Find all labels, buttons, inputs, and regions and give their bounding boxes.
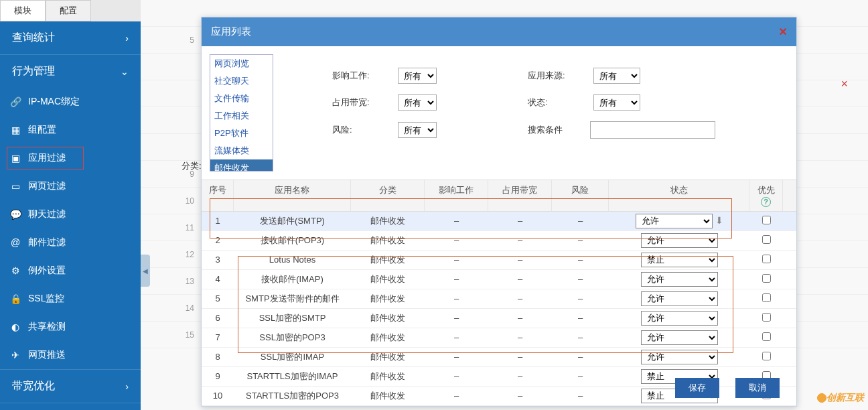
group-icon: ▦ <box>9 125 21 135</box>
help-icon[interactable]: ? <box>761 197 771 207</box>
impact-select[interactable]: 所有 <box>398 68 437 84</box>
category-option[interactable]: P2P软件 <box>210 125 273 142</box>
table-row[interactable]: 8SSL加密的IMAP邮件收发–––允许 <box>202 348 796 367</box>
cell-risk: – <box>552 252 609 267</box>
cell-name: SSL加密的SMTP <box>234 310 351 327</box>
cancel-button[interactable]: 取消 <box>735 378 780 398</box>
nav-query-stats[interactable]: 查询统计 › <box>0 21 141 55</box>
cell-name: STARTTLS加密的POP3 <box>234 387 351 405</box>
th-impact: 影响工作 <box>425 180 488 211</box>
band-select[interactable]: 所有 <box>398 94 437 111</box>
category-option[interactable]: 流媒体类 <box>210 142 273 159</box>
cell-band: – <box>488 388 552 403</box>
status-select[interactable]: 允许 <box>641 350 718 364</box>
dialog-close-icon[interactable]: × <box>779 24 787 40</box>
status-select[interactable]: 允许 <box>641 311 718 326</box>
web-icon: ▭ <box>9 181 21 192</box>
category-option[interactable]: 网页浏览 <box>210 55 273 72</box>
sidebar-item-ssl-monitor[interactable]: 🔒SSL监控 <box>0 285 141 313</box>
sidebar-collapse-handle[interactable]: ◀ <box>141 255 150 287</box>
sidebar-item-mail-filter[interactable]: @邮件过滤 <box>0 228 141 257</box>
nav-bandwidth[interactable]: 带宽优化 › <box>0 370 141 403</box>
cell-impact: – <box>425 271 488 287</box>
priority-checkbox[interactable] <box>762 216 771 224</box>
table-row[interactable]: 6SSL加密的SMTP邮件收发–––允许 <box>202 309 796 328</box>
category-option[interactable]: 文件传输 <box>210 90 273 107</box>
sidebar-item-web-filter[interactable]: ▭网页过滤 <box>0 172 141 200</box>
cell-impact: – <box>425 349 488 364</box>
source-select[interactable]: 所有 <box>593 68 640 84</box>
cell-status: 允许 <box>609 347 749 367</box>
nav-label-query-stats: 查询统计 <box>12 31 55 45</box>
cell-risk: – <box>552 330 609 345</box>
table-row[interactable]: 4接收邮件(IMAP)邮件收发–––允许 <box>202 270 796 289</box>
table-row[interactable]: 5SMTP发送带附件的邮件邮件收发–––允许 <box>202 289 796 309</box>
priority-checkbox[interactable] <box>762 274 771 283</box>
band-label: 占用带宽: <box>332 96 386 109</box>
cell-impact: – <box>425 330 488 345</box>
category-option[interactable]: 工作相关 <box>210 107 273 125</box>
cell-cat: 邮件收发 <box>351 348 425 366</box>
priority-checkbox[interactable] <box>762 313 771 322</box>
sidebar-item-chat-filter[interactable]: 💬聊天过滤 <box>0 200 141 228</box>
status-select[interactable]: 允许 <box>636 214 713 228</box>
cell-band: – <box>488 271 552 287</box>
dialog-title: 应用列表 <box>211 25 251 38</box>
state-select[interactable]: 所有 <box>593 94 640 111</box>
status-select[interactable]: 禁止 <box>641 253 718 267</box>
status-select[interactable]: 允许 <box>641 272 718 287</box>
th-name: 应用名称 <box>234 180 351 211</box>
sidebar-item-ip-mac[interactable]: 🔗IP-MAC绑定 <box>0 88 141 116</box>
priority-checkbox[interactable] <box>762 352 771 360</box>
close-icon[interactable]: × <box>841 77 848 91</box>
cell-seq: 2 <box>202 232 234 248</box>
sidebar-item-group-config[interactable]: ▦组配置 <box>0 116 141 144</box>
cell-impact: – <box>425 213 488 228</box>
save-button[interactable]: 保存 <box>675 378 719 398</box>
risk-select[interactable]: 所有 <box>398 122 437 138</box>
cell-prio <box>749 213 783 229</box>
status-select[interactable]: 允许 <box>641 233 718 248</box>
sidebar-item-app-filter[interactable]: ▣应用过滤 <box>0 144 141 172</box>
cell-seq: 10 <box>202 388 234 403</box>
table-row[interactable]: 1发送邮件(SMTP)邮件收发–––允许⬇ <box>202 212 796 231</box>
search-input[interactable] <box>590 121 715 139</box>
tab-module[interactable]: 模块 <box>0 0 46 21</box>
cell-prio <box>749 291 783 307</box>
sidebar-item-web-push[interactable]: ✈网页推送 <box>0 341 141 369</box>
nav-header-behavior[interactable]: 行为管理 ⌄ <box>0 55 141 88</box>
cell-impact: – <box>425 252 488 267</box>
download-icon[interactable]: ⬇ <box>715 215 723 226</box>
priority-checkbox[interactable] <box>762 235 771 244</box>
status-select[interactable]: 允许 <box>641 291 718 306</box>
category-option[interactable]: 社交聊天 <box>210 72 273 90</box>
th-risk: 风险 <box>552 180 609 211</box>
cell-name: 接收邮件(IMAP) <box>234 271 351 288</box>
cell-cat: 邮件收发 <box>351 232 425 249</box>
cell-name: STARTTLS加密的IMAP <box>234 368 351 385</box>
source-label: 应用来源: <box>528 70 581 82</box>
priority-checkbox[interactable] <box>762 255 771 263</box>
brand-logo: 创新互联 <box>814 390 864 406</box>
priority-checkbox[interactable] <box>762 293 771 302</box>
mail-icon: @ <box>9 237 21 248</box>
table-row[interactable]: 7SSL加密的POP3邮件收发–––允许 <box>202 328 796 348</box>
cell-seq: 7 <box>202 330 234 345</box>
cell-cat: 邮件收发 <box>351 387 425 405</box>
category-option[interactable]: 邮件收发 <box>210 159 273 172</box>
category-listbox[interactable]: 网页浏览社交聊天文件传输工作相关P2P软件流媒体类邮件收发游戏股票 <box>210 54 273 172</box>
cell-name: SMTP发送带附件的邮件 <box>234 290 351 308</box>
cell-status: 允许 <box>609 308 749 328</box>
cell-cat: 邮件收发 <box>351 329 425 346</box>
th-cat: 分类 <box>351 180 425 211</box>
priority-checkbox[interactable] <box>762 332 771 341</box>
tab-config[interactable]: 配置 <box>46 0 91 21</box>
table-row[interactable]: 3Lotus Notes邮件收发–––禁止 <box>202 251 796 270</box>
impact-label: 影响工作: <box>332 70 386 82</box>
cell-risk: – <box>552 232 609 248</box>
cell-cat: 邮件收发 <box>351 251 425 269</box>
status-select[interactable]: 允许 <box>641 330 718 345</box>
table-row[interactable]: 2接收邮件(POP3)邮件收发–––允许 <box>202 231 796 251</box>
sidebar-item-share-detect[interactable]: ◐共享检测 <box>0 313 141 341</box>
sidebar-item-exception[interactable]: ⚙例外设置 <box>0 257 141 285</box>
